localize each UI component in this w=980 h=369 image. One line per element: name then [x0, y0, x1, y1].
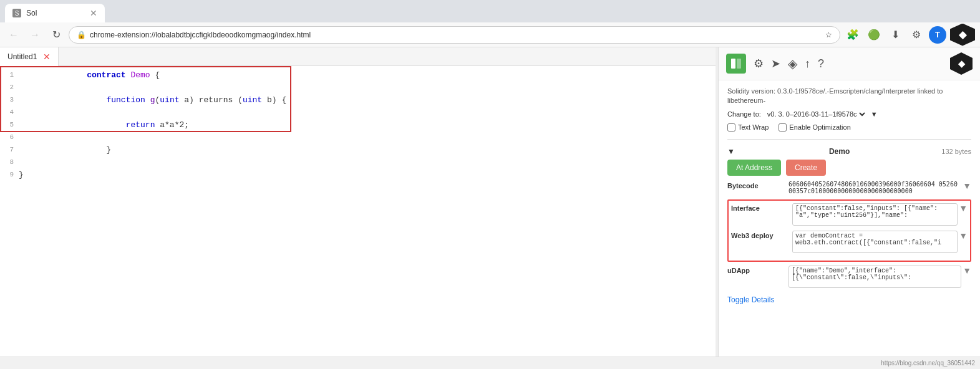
- bytecode-expand-button[interactable]: ▼: [963, 181, 971, 191]
- editor-tabs: Untitled1 ✕: [0, 47, 716, 66]
- editor-tab-close[interactable]: ✕: [43, 52, 51, 62]
- bytecode-value-container: 606060405260748060106000396000f36060604 …: [788, 181, 971, 194]
- demo-label: Demo: [829, 147, 850, 156]
- code-lines: 1 contract Demo { 2 3 function g(uint a)…: [0, 66, 716, 183]
- change-to-row: Change to: v0. 3. 0–2016-03-11–1f9578c ▼: [727, 110, 971, 118]
- url-text: chrome-extension://lobalabdtbjccfigklbde…: [90, 31, 822, 39]
- demo-triangle-icon: ▼: [727, 147, 735, 156]
- code-line-9: 9 }: [0, 168, 716, 181]
- downloads-icon[interactable]: ⬇: [886, 26, 904, 44]
- udapp-textarea[interactable]: [788, 266, 961, 288]
- lock-icon: 🔒: [77, 31, 86, 39]
- line-num-7: 7: [0, 146, 19, 153]
- editor-tab-label: Untitled1: [7, 52, 37, 61]
- text-wrap-checkbox[interactable]: [727, 123, 735, 132]
- line-num-4: 4: [0, 108, 19, 116]
- text-wrap-label: Text Wrap: [738, 123, 769, 131]
- bytecode-label: Bytecode: [727, 181, 784, 189]
- active-tab[interactable]: S Sol ✕: [5, 4, 105, 22]
- nav-icons-right: 🧩 🟢 ⬇ ⚙ T ◆: [844, 24, 975, 46]
- demo-buttons: At Address Create: [727, 160, 971, 176]
- line-num-9: 9: [0, 171, 19, 178]
- right-panel: ⚙ ➤ ◈ ↑ ? ◆: [718, 47, 980, 357]
- web3-deploy-textarea[interactable]: [792, 231, 958, 253]
- extensions-button[interactable]: 🧩: [844, 26, 861, 44]
- dropdown-arrow-icon: ▼: [871, 110, 878, 118]
- code-line-7: 7 }: [0, 143, 716, 156]
- solidity-version-text: Solidity version: 0.3.0-1f9578ce/.-Emscr…: [727, 87, 971, 106]
- code-editor-area[interactable]: 1 contract Demo { 2 3 function g(uint a)…: [0, 66, 716, 357]
- enable-opt-option[interactable]: Enable Optimization: [779, 123, 850, 132]
- cube-button[interactable]: ◈: [788, 56, 797, 71]
- panel-toggle-button[interactable]: [726, 54, 746, 74]
- interface-web3-section: Interface ▼ Web3 deploy ▼: [727, 199, 971, 262]
- at-address-button[interactable]: At Address: [727, 160, 781, 176]
- profile-icon[interactable]: 🟢: [865, 26, 883, 44]
- line-num-5: 5: [0, 121, 19, 128]
- tab-bar: S Sol ✕: [0, 0, 980, 22]
- panel-content-area: Solidity version: 0.3.0-1f9578ce/.-Emscr…: [719, 80, 980, 315]
- code-line-1: 1 contract Demo {: [0, 69, 716, 81]
- divider-1: [727, 139, 971, 140]
- enable-opt-label: Enable Optimization: [789, 123, 850, 131]
- star-icon[interactable]: ☆: [825, 31, 832, 39]
- interface-value-container: ▼: [792, 203, 968, 226]
- interface-label: Interface: [731, 203, 787, 212]
- send-button[interactable]: ➤: [771, 57, 780, 70]
- solidity-logo-nav: ◆: [950, 24, 975, 46]
- toggle-details-link[interactable]: Toggle Details: [727, 295, 774, 304]
- web3-deploy-value-container: ▼: [792, 231, 968, 253]
- create-button[interactable]: Create: [786, 160, 826, 176]
- bytes-label: 132 bytes: [941, 148, 971, 155]
- web3-deploy-expand-button[interactable]: ▼: [959, 231, 968, 241]
- profile-button[interactable]: T: [929, 26, 946, 44]
- right-panel-toolbar: ⚙ ➤ ◈ ↑ ? ◆: [719, 47, 980, 80]
- change-to-label: Change to:: [727, 110, 761, 118]
- address-bar[interactable]: 🔒 chrome-extension://lobalabdtbjccfigklb…: [69, 26, 840, 44]
- line-num-6: 6: [0, 133, 19, 141]
- settings-icon[interactable]: ⚙: [908, 26, 925, 44]
- tab-title: Sol: [26, 9, 37, 17]
- line-content-8: [19, 158, 716, 167]
- web3-deploy-row: Web3 deploy ▼: [731, 231, 968, 253]
- code-line-5: 5 return a*a*2;: [0, 118, 716, 131]
- line-num-3: 3: [0, 96, 19, 103]
- editor-tab-untitled1[interactable]: Untitled1 ✕: [0, 47, 59, 66]
- bytecode-row: Bytecode 606060405260748060106000396000f…: [727, 181, 971, 194]
- tab-close-button[interactable]: ✕: [90, 8, 97, 18]
- code-line-8: 8: [0, 156, 716, 168]
- svg-rect-0: [731, 59, 735, 69]
- udapp-label: uDApp: [727, 266, 784, 274]
- demo-header[interactable]: ▼ Demo 132 bytes: [727, 143, 971, 160]
- enable-opt-checkbox[interactable]: [779, 123, 787, 132]
- web3-deploy-label: Web3 deploy: [731, 231, 787, 239]
- demo-section: ▼ Demo 132 bytes At Address Create Bytec…: [727, 143, 971, 304]
- text-wrap-option[interactable]: Text Wrap: [727, 123, 769, 132]
- forward-button[interactable]: →: [26, 26, 44, 44]
- bytecode-value: 606060405260748060106000396000f36060604 …: [788, 181, 960, 194]
- version-select[interactable]: v0. 3. 0–2016-03-11–1f9578c: [765, 110, 867, 118]
- panel-icon: [730, 58, 742, 69]
- udapp-expand-button[interactable]: ▼: [963, 266, 971, 276]
- reload-button[interactable]: ↻: [47, 26, 65, 44]
- settings-panel-button[interactable]: ⚙: [754, 57, 764, 70]
- udapp-row: uDApp ▼: [727, 266, 971, 288]
- interface-textarea[interactable]: [792, 203, 958, 226]
- help-button[interactable]: ?: [818, 57, 824, 70]
- svg-rect-1: [737, 59, 741, 69]
- tab-favicon: S: [12, 9, 21, 17]
- interface-expand-button[interactable]: ▼: [959, 203, 968, 213]
- editor-panel: Untitled1 ✕ 1 contract Demo { 2: [0, 47, 716, 357]
- line-num-2: 2: [0, 84, 19, 91]
- back-button[interactable]: ←: [5, 26, 22, 44]
- udapp-value-container: ▼: [788, 266, 971, 288]
- code-line-3: 3 function g(uint a) returns (uint b) {: [0, 93, 716, 106]
- status-bar: https://blog.csdn.ne/qq_36051442: [0, 357, 980, 369]
- options-row: Text Wrap Enable Optimization: [727, 123, 971, 132]
- browser-window: S Sol ✕ ← → ↻ 🔒 chrome-extension://lobal…: [0, 0, 980, 369]
- nav-bar: ← → ↻ 🔒 chrome-extension://lobalabdtbjcc…: [0, 22, 980, 47]
- interface-row: Interface ▼: [731, 203, 968, 226]
- line-num-1: 1: [0, 71, 19, 79]
- upload-button[interactable]: ↑: [805, 57, 810, 70]
- solidity-logo-panel: ◆: [950, 52, 973, 75]
